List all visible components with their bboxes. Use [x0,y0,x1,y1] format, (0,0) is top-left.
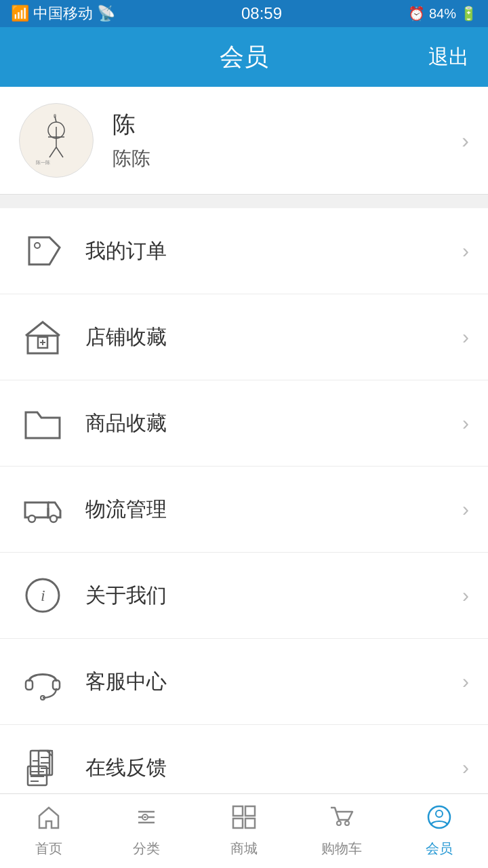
svg-point-9 [35,243,40,248]
svg-point-6 [54,114,56,118]
customer-service-chevron: › [462,670,469,693]
cart-nav-label: 购物车 [321,840,362,858]
profile-chevron: › [462,128,469,153]
about-label: 关于我们 [85,582,462,610]
battery-percent: 84% [429,6,456,22]
home-nav-icon [37,805,61,835]
svg-text:i: i [41,587,45,604]
nav-item-cart[interactable]: 购物车 [293,805,390,858]
avatar: 陈一陈 [19,103,94,178]
logistics-chevron: › [462,498,469,521]
svg-rect-15 [25,502,48,517]
logistics-label: 物流管理 [85,496,462,524]
member-nav-label: 会员 [426,840,453,858]
store-favorites-label: 店铺收藏 [85,323,462,351]
profile-name: 陈 [113,109,462,140]
svg-rect-51 [245,818,255,828]
store-icon [19,313,66,361]
svg-rect-22 [53,680,60,690]
nav-item-mall[interactable]: 商城 [195,805,293,858]
svg-line-4 [56,147,63,157]
product-favorites-chevron: › [462,412,469,435]
menu-item-product-favorites[interactable]: 商品收藏 › [0,380,488,467]
profile-username: 陈陈 [113,146,462,172]
svg-rect-49 [245,806,255,816]
menu-item-orders[interactable]: 我的订单 › [0,208,488,294]
cart-nav-icon [329,805,354,835]
orders-label: 我的订单 [85,237,462,265]
feedback-label: 在线反馈 [85,754,462,782]
svg-point-17 [50,515,57,522]
tag-icon [19,227,66,275]
product-favorites-label: 商品收藏 [85,410,462,437]
svg-point-16 [28,515,35,522]
content-area: 陈一陈 陈 陈陈 › 我的订单 › [0,87,488,868]
svg-text:陈一陈: 陈一陈 [36,160,50,165]
home-nav-label: 首页 [35,840,62,858]
wifi-icon: 📡 [97,5,115,22]
customer-service-label: 客服中心 [85,668,462,696]
feedback-chevron: › [462,756,469,779]
alarm-icon: ⏰ [408,5,425,22]
folder-icon [19,399,66,447]
svg-rect-21 [26,680,33,690]
carrier-name: 中国移动 [33,3,93,24]
mall-nav-label: 商城 [230,840,258,858]
time-display: 08:59 [241,4,282,23]
truck-icon [19,486,66,533]
battery-icon: 🔋 [460,5,477,22]
store-favorites-chevron: › [462,326,469,349]
svg-point-53 [345,821,349,825]
orders-chevron: › [462,239,469,262]
member-nav-icon [427,805,451,835]
logout-button[interactable]: 退出 [428,43,469,71]
bottom-navigation: 首页 分类 商城 [0,793,488,868]
document-icon [19,744,66,791]
svg-line-3 [49,147,56,157]
nav-item-category[interactable]: 分类 [98,805,195,858]
menu-item-about[interactable]: i 关于我们 › [0,553,488,639]
status-bar: 📶 中国移动 📡 08:59 ⏰ 84% 🔋 [0,0,488,27]
category-nav-label: 分类 [133,840,160,858]
header: 会员 退出 [0,27,488,87]
menu-item-customer-service[interactable]: 客服中心 › [0,639,488,725]
battery-info: ⏰ 84% 🔋 [408,5,477,22]
mall-nav-icon [232,805,256,835]
nav-item-home[interactable]: 首页 [0,805,98,858]
headset-icon [19,658,66,705]
svg-point-55 [436,810,443,817]
menu-section: 我的订单 › 店铺收藏 › [0,208,488,868]
profile-info: 陈 陈陈 [113,109,462,172]
svg-rect-48 [233,806,243,816]
category-nav-icon [134,805,159,835]
info-icon: i [19,572,66,619]
svg-rect-50 [233,818,243,828]
menu-item-store-favorites[interactable]: 店铺收藏 › [0,294,488,380]
svg-marker-42 [39,808,58,828]
carrier-info: 📶 中国移动 📡 [11,3,115,24]
svg-marker-8 [29,237,60,264]
nav-item-member[interactable]: 会员 [390,805,488,858]
about-chevron: › [462,584,469,607]
menu-item-logistics[interactable]: 物流管理 › [0,467,488,553]
header-title: 会员 [220,41,268,74]
profile-section[interactable]: 陈一陈 陈 陈陈 › [0,87,488,195]
signal-icon: 📶 [11,5,29,22]
svg-point-52 [337,821,341,825]
